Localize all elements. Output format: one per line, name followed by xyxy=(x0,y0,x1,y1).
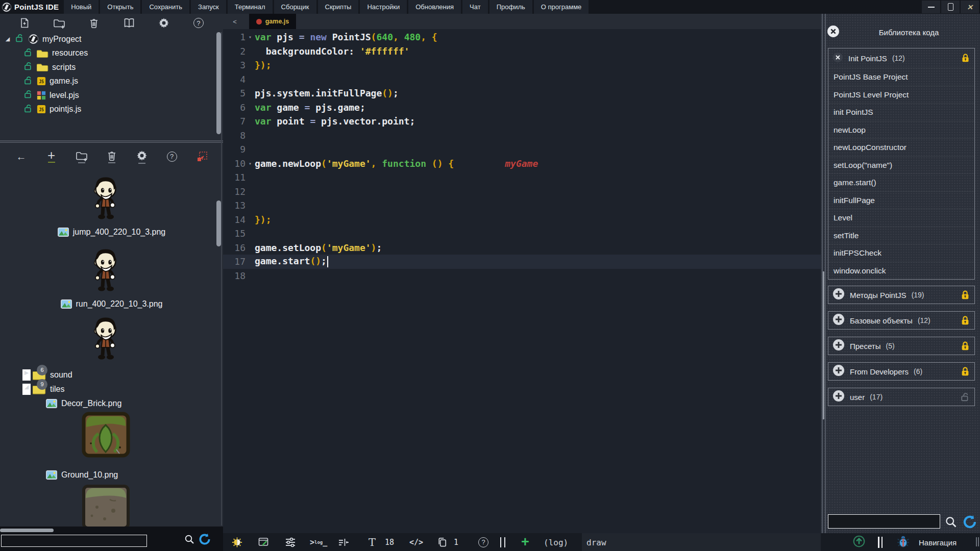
library-item[interactable]: game.start() xyxy=(828,173,974,191)
add-console-tab-button[interactable]: + xyxy=(521,537,529,548)
code-line[interactable]: 10▾game.newLoop('myGame', function () {m… xyxy=(223,157,821,171)
tree-item-label[interactable]: level.pjs xyxy=(50,91,79,100)
code-line[interactable]: 14}); xyxy=(223,213,821,227)
page-count-value[interactable]: 1 xyxy=(454,538,458,547)
code-line[interactable]: 1▾var pjs = new PointJS(640, 480, { xyxy=(223,30,821,44)
code-text[interactable]: var point = pjs.vector.point; xyxy=(255,116,821,127)
delete-button[interactable] xyxy=(88,17,100,29)
tile-preview-ground[interactable] xyxy=(82,484,130,527)
refresh-icon[interactable] xyxy=(198,533,211,548)
settings-gear-button[interactable] xyxy=(135,149,149,164)
code-text[interactable]: game.start(); xyxy=(255,256,821,267)
asset-file-row[interactable]: jump_400_220_10_3.png xyxy=(0,226,223,238)
code-line[interactable]: 18 xyxy=(223,269,821,283)
expand-section-button[interactable] xyxy=(832,339,845,353)
tree-row-project[interactable]: ◢ myProgect xyxy=(0,32,216,46)
sprite-preview-run[interactable] xyxy=(90,247,121,294)
tab-game-js[interactable]: game.js xyxy=(249,14,296,29)
new-file-button[interactable] xyxy=(18,17,31,29)
close-button[interactable]: ✕ xyxy=(961,1,979,13)
help-button[interactable]: ? xyxy=(192,17,205,29)
scrollbar-thumb[interactable] xyxy=(216,201,221,246)
expand-section-button[interactable] xyxy=(832,288,845,302)
menu-item[interactable]: Настройки xyxy=(360,0,407,14)
help-button[interactable]: ? xyxy=(478,537,488,547)
menu-item[interactable]: Новый xyxy=(64,0,99,14)
library-section[interactable]: Базовые объекты (12) xyxy=(828,311,975,330)
fold-arrow-icon[interactable]: ▾ xyxy=(246,34,255,40)
asset-file-row[interactable]: run_400_220_10_3.png xyxy=(0,298,223,310)
library-item[interactable]: window.onclick xyxy=(828,262,974,280)
code-line[interactable]: 11 xyxy=(223,170,821,185)
menu-item[interactable]: Запуск xyxy=(191,0,226,14)
help-button[interactable]: ? xyxy=(165,149,179,164)
editor-settings-button[interactable] xyxy=(284,537,297,548)
code-text[interactable]: }); xyxy=(255,214,821,225)
menu-item[interactable]: Сборщик xyxy=(274,0,316,14)
snap-region-button[interactable] xyxy=(195,149,209,164)
code-text[interactable]: backgroundColor: '#ffffff' xyxy=(255,46,821,57)
asset-folder-row[interactable]: ▶ 6 sound xyxy=(0,368,223,382)
tree-item-label[interactable]: game.js xyxy=(50,77,78,86)
indent-button[interactable] xyxy=(337,537,350,548)
horizontal-scrollbar-thumb[interactable] xyxy=(0,529,54,532)
search-icon[interactable] xyxy=(184,534,195,547)
tab-scroll-left-button[interactable]: < xyxy=(230,14,240,29)
font-size-button[interactable]: T xyxy=(369,536,376,548)
font-size-value[interactable]: 18 xyxy=(385,538,394,547)
menu-item[interactable]: Скрипты xyxy=(318,0,359,14)
library-item[interactable]: initFPSCheck xyxy=(828,244,974,262)
code-lines[interactable]: 1▾var pjs = new PointJS(640, 480, {2 bac… xyxy=(223,29,821,533)
sprite-preview-jump[interactable] xyxy=(90,175,121,222)
navigation-label[interactable]: Навигация xyxy=(919,538,957,546)
scrollbar-thumb[interactable] xyxy=(823,271,824,419)
new-folder-button[interactable] xyxy=(75,149,88,164)
pages-button[interactable] xyxy=(436,536,448,548)
asset-file-row[interactable]: Ground_10.png xyxy=(0,469,223,481)
menu-item[interactable]: Открыть xyxy=(100,0,140,14)
code-line[interactable]: 2 backgroundColor: '#ffffff' xyxy=(223,44,821,59)
theme-toggle-button[interactable] xyxy=(231,536,243,548)
library-item[interactable]: PointJS Level Project xyxy=(828,86,974,104)
menu-item[interactable]: О программе xyxy=(534,0,589,14)
code-line[interactable]: 16game.setLoop('myGame'); xyxy=(223,241,821,255)
expand-section-button[interactable] xyxy=(832,390,845,404)
library-item[interactable]: setTitle xyxy=(828,227,974,244)
code-text[interactable]: game.setLoop('myGame'); xyxy=(255,242,821,253)
sidebar-scrollbar[interactable] xyxy=(216,32,222,525)
library-item[interactable]: setLoop("name") xyxy=(828,156,974,174)
new-folder-button[interactable] xyxy=(53,17,65,29)
docs-book-button[interactable] xyxy=(123,17,135,29)
code-line[interactable]: 6var game = pjs.game; xyxy=(223,101,821,115)
console-log-button[interactable]: >log_ xyxy=(310,538,327,547)
window-edit-button[interactable] xyxy=(258,537,270,548)
code-text[interactable]: var pjs = new PointJS(640, 480, { xyxy=(255,32,821,42)
menu-item[interactable]: Чат xyxy=(462,0,488,14)
code-line[interactable]: 7var point = pjs.vector.point; xyxy=(223,114,821,129)
library-section[interactable]: Пресеты (5) xyxy=(828,337,975,355)
code-line[interactable]: 5pjs.system.initFullPage(); xyxy=(223,86,821,101)
code-line[interactable]: 8 xyxy=(223,129,821,143)
expand-section-button[interactable] xyxy=(832,364,845,379)
draw-tab[interactable]: draw xyxy=(586,537,606,547)
library-section[interactable]: user (17) xyxy=(828,388,975,406)
asset-file-row[interactable]: Decor_Brick.png xyxy=(0,397,223,410)
unlock-icon[interactable] xyxy=(23,104,33,115)
tile-preview-grass[interactable] xyxy=(82,412,130,458)
menu-item[interactable]: Сохранить xyxy=(142,0,189,14)
tree-item-label[interactable]: scripts xyxy=(52,63,76,72)
fold-arrow-icon[interactable]: ▾ xyxy=(246,161,255,166)
scrollbar-thumb[interactable] xyxy=(216,32,221,134)
expanded-arrow-icon[interactable]: ◢ xyxy=(22,384,31,395)
code-line[interactable]: 17game.start(); xyxy=(223,255,821,269)
sprite-preview-idle[interactable] xyxy=(90,315,121,362)
refresh-icon[interactable] xyxy=(962,514,977,532)
library-section[interactable]: Методы PointJS (19) xyxy=(828,286,975,304)
unlock-icon[interactable] xyxy=(23,61,33,73)
log-tab[interactable]: (log) xyxy=(544,537,568,547)
tree-row-file[interactable]: game.js xyxy=(0,74,216,89)
minimize-button[interactable] xyxy=(922,1,940,13)
tree-row-folder[interactable]: scripts xyxy=(0,60,216,74)
upload-button[interactable] xyxy=(852,535,866,550)
code-line[interactable]: 13 xyxy=(223,198,821,213)
